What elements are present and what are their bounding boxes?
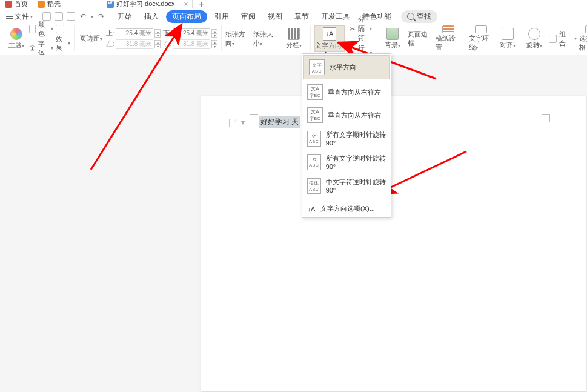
pageborder-label: 页面边框 <box>408 30 433 48</box>
rotate-label: 旋转 <box>526 41 540 48</box>
margin-left-row: 左: 31.8 毫米 ▴▾ <box>106 39 161 49</box>
menu-pagelayout[interactable]: 页面布局 <box>166 10 207 23</box>
textdir-cjk-ccw-icon: 仅体ABC <box>307 178 321 194</box>
undo-caret-icon[interactable]: ▾ <box>91 14 93 19</box>
textdir-icon <box>323 27 336 41</box>
page-chevron-icon[interactable]: ▾ <box>239 118 247 127</box>
menu-bar: 文件 ▾ ↶ ▾ ↷ 开始 插入 页面布局 引用 审阅 视图 章节 开发工具 特… <box>0 8 587 24</box>
textdir-vert-rl-label: 垂直方向从右往左 <box>328 88 381 97</box>
menu-review[interactable]: 审阅 <box>236 10 260 23</box>
textdir-rot-ccw-icon: ⟲ABC <box>307 154 321 170</box>
margin-bottom-spinner[interactable]: ▴▾ <box>211 29 217 38</box>
themeeffect-button[interactable] <box>56 25 64 33</box>
align-icon <box>502 28 514 40</box>
group-icon <box>549 35 557 43</box>
document-page[interactable] <box>201 96 586 391</box>
align-button[interactable]: 对齐▾ <box>496 25 520 52</box>
background-icon <box>386 28 399 40</box>
menu-reference[interactable]: 引用 <box>210 10 234 23</box>
margin-top-spinner[interactable]: ▴▾ <box>154 29 161 38</box>
crop-mark-tr-icon <box>542 114 550 122</box>
textdir-option-rot-cw[interactable]: ⟳ABC 所有文字顺时针旋转90° <box>302 127 391 150</box>
ribbon-group-theme: 主题▾ 颜色▾ ①字体▾ 效果▾ <box>2 25 75 51</box>
breaks-button[interactable]: ✂分隔符▾ <box>350 15 372 42</box>
menu-insert[interactable]: 插入 <box>139 10 164 23</box>
tab-document[interactable]: 好好学习.docx.docx × <box>102 0 193 8</box>
pageborder-button[interactable]: 页面边框 <box>408 25 433 52</box>
theme-button[interactable]: 主题▾ <box>6 25 27 52</box>
themecolor-label: 颜色 <box>38 20 48 38</box>
textdir-option-horizontal[interactable]: 文字ABC 水平方向 <box>303 55 390 79</box>
save-icon[interactable] <box>42 12 51 21</box>
margin-bottom-row: 下: 25.4 毫米 ▴▾ <box>163 28 217 38</box>
textdir-option-vert-lr[interactable]: 文A字BC 垂直方向从左往右 <box>302 104 391 127</box>
margin-left-spinner[interactable]: ▴▾ <box>154 40 161 48</box>
print-icon[interactable] <box>55 12 63 21</box>
papersize-button[interactable]: 纸张大小▾ <box>253 25 279 52</box>
textdir-option-vert-rl[interactable]: 文A字BC 垂直方向从右往左 <box>302 81 391 104</box>
menu-start[interactable]: 开始 <box>113 10 137 23</box>
tab-document-label: 好好学习.docx.docx <box>116 0 175 8</box>
textdir-option-options[interactable]: ↓A 文字方向选项(X)... <box>302 201 391 217</box>
tab-new-button[interactable]: + <box>193 0 210 10</box>
margin-top-label: 上: <box>106 28 114 38</box>
textdir-option-cjk-ccw[interactable]: 仅体ABC 中文字符逆时针旋转90° <box>302 174 391 198</box>
doc-icon <box>107 1 114 8</box>
tab-dokshell[interactable]: 稻壳 <box>33 0 65 8</box>
search-label: 查找 <box>417 12 431 22</box>
textdir-option-rot-ccw[interactable]: ⟲ABC 所有文字逆时针旋转90° <box>302 150 391 174</box>
textwrap-button[interactable]: 文字环绕▾ <box>469 25 493 52</box>
paperdir-button[interactable]: 纸张方向▾ <box>225 25 251 52</box>
themeeffect-label-row[interactable]: 效果▾ <box>56 35 71 53</box>
ribbon-group-breaks: ✂分隔符▾ ≡行号▾ <box>346 25 376 51</box>
wps-logo-icon <box>5 1 12 8</box>
textdir-horizontal-label: 水平方向 <box>330 63 356 72</box>
margin-right-row: 右: 31.8 毫米 ▴▾ <box>163 39 217 49</box>
margin-right-spinner[interactable]: ▴▾ <box>211 40 217 48</box>
rotate-button[interactable]: 旋转▾ <box>522 25 546 52</box>
margin-top-input[interactable]: 25.4 毫米 <box>116 28 153 38</box>
chevron-down-icon: ▾ <box>30 14 33 19</box>
columns-button[interactable]: 分栏▾ <box>281 25 307 52</box>
document-selected-text[interactable]: 好好学习 天 <box>259 116 300 128</box>
pagemargin-label: 页边距 <box>80 35 100 42</box>
selpane-button[interactable]: 选择窗格 <box>579 25 587 52</box>
tab-home[interactable]: 首页 <box>0 0 33 8</box>
redo-icon[interactable]: ↷ <box>97 12 105 21</box>
tab-dokshell-label: 稻壳 <box>47 0 61 8</box>
margin-bottom-input[interactable]: 25.4 毫米 <box>173 28 210 38</box>
page-nav-icon[interactable] <box>229 119 237 127</box>
menu-view[interactable]: 视图 <box>263 10 287 23</box>
textdir-dropdown: 文字ABC 水平方向 文A字BC 垂直方向从右往左 文A字BC 垂直方向从左往右… <box>302 53 391 218</box>
background-button[interactable]: 背景▾ <box>380 25 405 52</box>
pagemargin-button[interactable]: 页边距▾ <box>78 25 104 52</box>
themeeffect-label: 效果 <box>56 35 66 53</box>
margin-left-input[interactable]: 31.8 毫米 <box>116 39 153 49</box>
margin-bottom-label: 下: <box>163 28 171 38</box>
ribbon-group-paper: 纸张方向▾ 纸张大小▾ 分栏▾ <box>222 25 311 51</box>
margin-right-label: 右: <box>163 39 171 48</box>
papersetting-icon <box>442 25 454 33</box>
search-box[interactable]: 查找 <box>401 10 437 23</box>
dokshell-logo-icon <box>38 1 45 8</box>
paperdir-label: 纸张方向 <box>225 30 245 47</box>
menu-chapter[interactable]: 章节 <box>290 10 314 23</box>
tab-close-icon[interactable]: × <box>184 0 188 8</box>
papersetting-label: 稿纸设置 <box>436 34 461 52</box>
effect-icon <box>56 25 64 33</box>
preview-icon[interactable] <box>67 12 75 21</box>
columns-icon <box>288 28 300 40</box>
breaks-label: 分隔符 <box>358 15 367 42</box>
tab-home-label: 首页 <box>15 0 28 8</box>
margin-top-row: 上: 25.4 毫米 ▴▾ <box>106 28 161 38</box>
margin-right-input[interactable]: 31.8 毫米 <box>173 39 210 49</box>
crop-mark-tl-icon <box>250 114 258 122</box>
themecolor-button[interactable]: 颜色▾ <box>29 20 53 38</box>
papersetting-button[interactable]: 稿纸设置 <box>436 25 461 52</box>
textdir-options-icon: ↓A <box>307 205 316 213</box>
theme-icon <box>10 28 22 40</box>
group-button[interactable]: 组合▾ <box>549 30 577 48</box>
undo-icon[interactable]: ↶ <box>79 12 87 21</box>
ribbon-group-textdir: 文字方向▾ <box>311 25 346 51</box>
textdir-button[interactable]: 文字方向▾ <box>314 25 345 52</box>
